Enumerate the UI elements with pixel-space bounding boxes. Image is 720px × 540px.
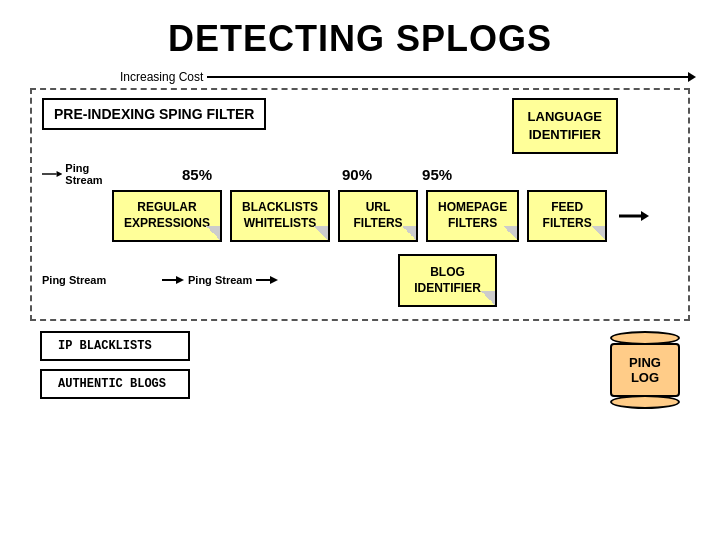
svg-marker-7: [270, 276, 278, 284]
filter-regular-expressions: REGULAR EXPRESSIONS: [112, 190, 222, 241]
top-row: PRE-INDEXING SPING FILTER LANGUAGE IDENT…: [42, 98, 678, 154]
ping-stream-right-arrow: [256, 274, 278, 286]
ping-stream-left-arrow: [162, 274, 184, 286]
filter-feed-filters: FEED FILTERS: [527, 190, 607, 241]
cost-arrow-line: [207, 76, 690, 78]
pct-95: 95%: [422, 166, 452, 183]
pct-90: 90%: [342, 166, 372, 183]
svg-marker-3: [641, 211, 649, 221]
main-area: Increasing Cost PRE-INDEXING SPING FILTE…: [30, 70, 690, 409]
language-id-box: LANGUAGE IDENTIFIER: [512, 98, 618, 154]
ping-log-cylinder: PING LOG: [610, 331, 680, 409]
pct-85: 85%: [182, 166, 212, 183]
svg-marker-5: [176, 276, 184, 284]
ping-stream-label-top: Ping Stream: [65, 162, 112, 186]
blog-id-box: BLOG IDENTIFIER: [398, 254, 497, 308]
main-box: PRE-INDEXING SPING FILTER LANGUAGE IDENT…: [30, 88, 690, 321]
ping-log-label: PING LOG: [629, 355, 661, 385]
ping-stream-row2: Ping Stream Ping Stream BLOG IDENTIFIER: [42, 254, 678, 308]
ip-blacklists-box: IP BLACKLISTS: [40, 331, 190, 361]
bottom-row: IP BLACKLISTS AUTHENTIC BLOGS PING LOG: [30, 331, 690, 409]
ping-stream-label-bottom: Ping Stream: [42, 274, 112, 286]
bottom-left: IP BLACKLISTS AUTHENTIC BLOGS: [40, 331, 190, 399]
authentic-blogs-box: AUTHENTIC BLOGS: [40, 369, 190, 399]
svg-marker-1: [57, 171, 63, 177]
exit-arrow: [619, 190, 649, 241]
pre-indexing-box: PRE-INDEXING SPING FILTER: [42, 98, 266, 130]
filter-homepage-filters: HOMEPAGE FILTERS: [426, 190, 519, 241]
cost-arrow-row: Increasing Cost: [30, 70, 690, 84]
cylinder-bottom: [610, 395, 680, 409]
filters-row: REGULAR EXPRESSIONS BLACKLISTS WHITELIST…: [112, 190, 678, 241]
filter-blacklists-whitelists: BLACKLISTS WHITELISTS: [230, 190, 330, 241]
filter-url-filters: URL FILTERS: [338, 190, 418, 241]
ping-stream-arrow-left: [42, 166, 62, 182]
ping-stream-inline: Ping Stream: [162, 274, 278, 286]
cylinder-body: PING LOG: [610, 343, 680, 397]
cost-label: Increasing Cost: [120, 70, 203, 84]
page-title: DETECTING SPLOGS: [0, 0, 720, 70]
